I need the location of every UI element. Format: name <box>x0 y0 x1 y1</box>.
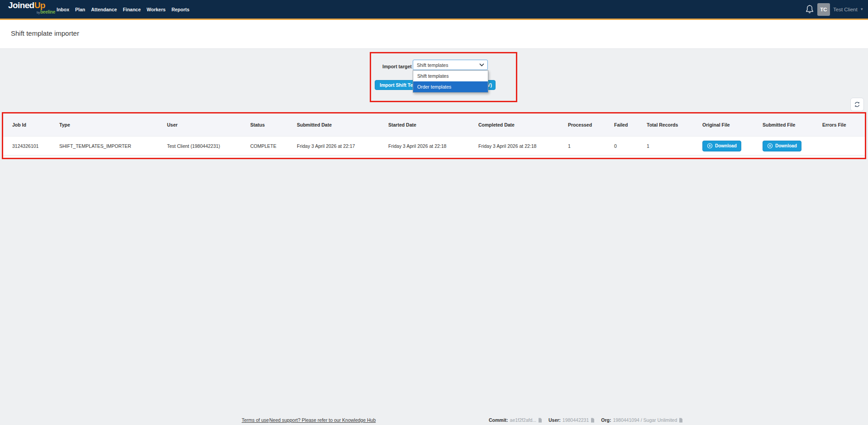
chevron-down-icon <box>479 63 484 66</box>
beeline-logo-text: bybeeline <box>8 9 55 15</box>
account-name[interactable]: Test Client <box>833 7 858 12</box>
annotation-box-import-form: Import target Shift templates Import Shi… <box>370 52 517 102</box>
avatar[interactable]: TC <box>817 3 830 16</box>
page-title: Shift template importer <box>11 29 79 37</box>
nav-item-reports[interactable]: Reports <box>172 7 190 12</box>
cell-processed: 1 <box>559 143 605 149</box>
commit-info: Commit: ae1f2f2afd... <box>489 417 542 423</box>
terms-of-use-link[interactable]: Terms of use <box>242 417 269 423</box>
download-original-file-button[interactable]: Download <box>702 141 741 151</box>
import-target-select-value: Shift templates <box>417 62 448 68</box>
column-header-original-file: Original File <box>693 122 754 128</box>
import-target-dropdown: Shift templatesOrder templates <box>413 70 488 93</box>
column-header-user: User <box>158 122 241 128</box>
document-icon[interactable] <box>679 418 683 423</box>
column-header-failed: Failed <box>605 122 638 128</box>
nav-item-finance[interactable]: Finance <box>123 7 141 12</box>
dropdown-option-order-templates[interactable]: Order templates <box>413 81 488 92</box>
circle-down-arrow-icon <box>767 143 773 149</box>
cell-total-records: 1 <box>638 143 693 149</box>
top-navbar: JoinedUp bybeeline InboxPlanAttendanceFi… <box>0 0 868 20</box>
circle-down-arrow-icon <box>707 143 713 149</box>
org-label: Org: <box>601 417 611 423</box>
nav-item-plan[interactable]: Plan <box>75 7 85 12</box>
dropdown-option-shift-templates[interactable]: Shift templates <box>413 71 488 81</box>
nav-item-workers[interactable]: Workers <box>147 7 166 12</box>
main-nav: InboxPlanAttendanceFinanceWorkersReports <box>57 0 190 19</box>
app-screen: JoinedUp bybeeline InboxPlanAttendanceFi… <box>0 0 868 425</box>
column-header-type: Type <box>50 122 158 128</box>
column-header-processed: Processed <box>559 122 605 128</box>
support-knowledge-hub-link[interactable]: Need support? Please refer to our Knowle… <box>269 417 376 423</box>
cell-completed-date: Friday 3 April 2026 at 22:18 <box>469 143 559 149</box>
table-row: 3124326101SHIFT_TEMPLATES_IMPORTERTest C… <box>3 137 865 156</box>
cell-submitted-file: Download <box>754 141 813 151</box>
annotation-box-jobs-table: Job IdTypeUserStatusSubmitted DateStarte… <box>2 112 866 159</box>
user-label: User: <box>548 417 561 423</box>
user-info: User: 1980442231 <box>548 417 595 423</box>
cell-started-date: Friday 3 April 2026 at 22:18 <box>379 143 469 149</box>
logo-text: JoinedUp <box>8 0 45 10</box>
document-icon[interactable] <box>591 418 595 423</box>
org-value: 1980441094 / Sugar Unlimited <box>613 417 677 423</box>
cell-failed: 0 <box>605 143 638 149</box>
bell-icon[interactable] <box>805 4 814 15</box>
cell-original-file: Download <box>693 141 754 151</box>
joinedup-logo[interactable]: JoinedUp bybeeline <box>8 2 55 15</box>
cell-type: SHIFT_TEMPLATES_IMPORTER <box>50 143 158 149</box>
document-icon[interactable] <box>538 418 542 423</box>
nav-item-attendance[interactable]: Attendance <box>91 7 117 12</box>
column-header-completed-date: Completed Date <box>469 122 559 128</box>
cell-user: Test Client (1980442231) <box>158 143 241 149</box>
cell-submitted-date: Friday 3 April 2026 at 22:17 <box>288 143 379 149</box>
commit-label: Commit: <box>489 417 508 423</box>
import-target-select[interactable]: Shift templates <box>413 60 488 70</box>
cell-job-id: 3124326101 <box>3 143 50 149</box>
org-info: Org: 1980441094 / Sugar Unlimited <box>601 417 683 423</box>
refresh-icon <box>854 101 861 108</box>
table-header-row: Job IdTypeUserStatusSubmitted DateStarte… <box>3 113 865 137</box>
user-value: 1980442231 <box>563 417 589 423</box>
column-header-status: Status <box>241 122 288 128</box>
column-header-errors-file: Errors File <box>813 122 865 128</box>
import-target-label: Import target <box>382 64 412 69</box>
download-submitted-file-button[interactable]: Download <box>763 141 801 151</box>
column-header-job-id: Job Id <box>3 122 50 128</box>
refresh-button[interactable] <box>850 98 864 111</box>
nav-item-inbox[interactable]: Inbox <box>57 7 69 12</box>
cell-status: COMPLETE <box>241 143 288 149</box>
title-band: Shift template importer <box>0 20 868 49</box>
commit-value: ae1f2f2afd... <box>510 417 536 423</box>
column-header-submitted-file: Submitted File <box>754 122 813 128</box>
footer-meta: Commit: ae1f2f2afd... User: 1980442231 O… <box>489 417 683 423</box>
chevron-down-icon[interactable]: ▾ <box>861 7 863 11</box>
column-header-total-records: Total Records <box>638 122 693 128</box>
column-header-submitted-date: Submitted Date <box>288 122 379 128</box>
column-header-started-date: Started Date <box>379 122 469 128</box>
